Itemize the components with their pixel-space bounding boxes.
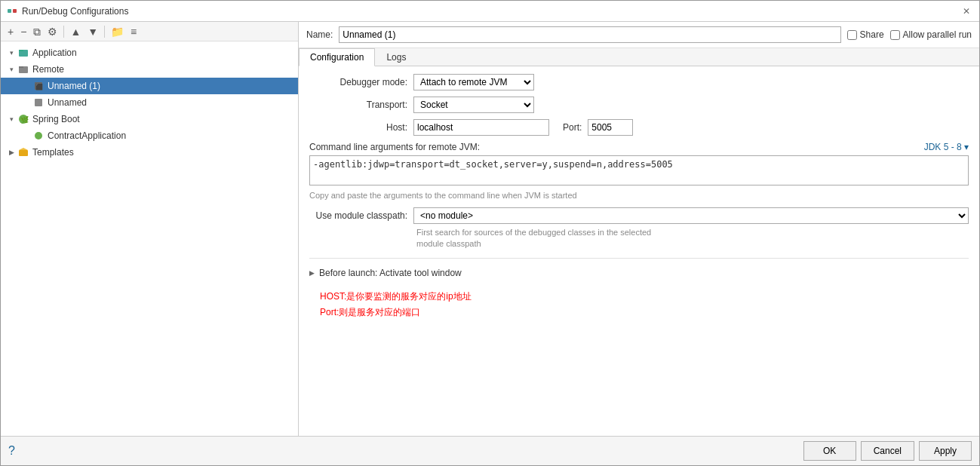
parallel-checkbox[interactable] (890, 30, 900, 40)
tree-item-remote[interactable]: ▾ Remote (1, 61, 298, 78)
note-line-2: Port:则是服务对应的端口 (320, 305, 958, 321)
separator-1 (63, 26, 64, 38)
svg-point-11 (35, 132, 42, 139)
parallel-checkbox-group: Allow parallel run (890, 29, 972, 40)
main-content: + − ⧉ ⚙ ▲ ▼ 📁 ≡ ▾ Applicat (1, 22, 979, 436)
name-field-label: Name: (306, 29, 333, 40)
config-tree: ▾ Application ▾ Remote (1, 41, 298, 436)
notes-area: HOST:是你要监测的服务对应的ip地址 Port:则是服务对应的端口 (309, 281, 969, 329)
svg-rect-8 (35, 99, 42, 106)
cmd-row-header: Command line arguments for remote JVM: J… (309, 142, 969, 152)
tree-label-unnamed-1: Unnamed (1) (48, 81, 100, 91)
expand-arrow-remote: ▾ (5, 66, 17, 73)
tree-label-templates: Templates (32, 147, 74, 158)
svg-rect-3 (19, 50, 23, 51)
cmd-textarea[interactable] (309, 155, 969, 185)
section-divider (309, 258, 969, 259)
svg-marker-13 (19, 148, 28, 150)
add-button[interactable]: + (5, 26, 16, 38)
transport-select[interactable]: Socket (413, 97, 534, 113)
spring-boot-icon: 🌿 (17, 113, 29, 125)
before-launch-label: Before launch: Activate tool window (319, 268, 462, 278)
svg-rect-5 (19, 66, 23, 68)
transport-label: Transport: (309, 100, 407, 110)
host-input[interactable] (413, 119, 549, 136)
application-folder-icon (17, 47, 29, 59)
tree-item-unnamed[interactable]: Unnamed (1, 94, 298, 111)
title-bar-left: Run/Debug Configurations (7, 6, 128, 17)
tree-label-remote: Remote (32, 64, 64, 75)
close-button[interactable]: ✕ (960, 5, 973, 18)
tree-item-contract-app[interactable]: ContractApplication (1, 127, 298, 144)
host-port-row: Host: Port: (309, 119, 969, 136)
svg-text:🌿: 🌿 (20, 115, 29, 124)
tree-item-templates[interactable]: ▶ Templates (1, 144, 298, 161)
separator-2 (104, 26, 105, 38)
module-label: Use module classpath: (309, 210, 407, 221)
port-input[interactable] (588, 119, 633, 136)
debugger-mode-label: Debugger mode: (309, 77, 407, 87)
copy-button[interactable]: ⧉ (31, 26, 43, 38)
tree-label-application: Application (32, 48, 77, 58)
transport-row: Transport: Socket (309, 97, 969, 113)
tree-label-spring-boot: Spring Boot (32, 114, 80, 124)
left-toolbar: + − ⧉ ⚙ ▲ ▼ 📁 ≡ (1, 22, 298, 41)
parallel-label: Allow parallel run (903, 29, 972, 40)
tree-item-unnamed-1[interactable]: ⬛ Unnamed (1) (1, 78, 298, 94)
right-panel: Name: Share Allow parallel run Configura… (299, 22, 979, 436)
contract-app-icon (32, 130, 45, 142)
help-button[interactable]: ? (8, 444, 15, 458)
settings-button[interactable]: ⚙ (45, 26, 60, 38)
left-panel: + − ⧉ ⚙ ▲ ▼ 📁 ≡ ▾ Applicat (1, 22, 299, 436)
configuration-panel: Debugger mode: Attach to remote JVM Tran… (299, 66, 979, 436)
module-hint-text: First search for sources of the debugged… (416, 228, 651, 248)
jdk-version-link[interactable]: JDK 5 - 8 ▾ (924, 142, 969, 152)
sort-button[interactable]: ≡ (128, 26, 139, 38)
run-debug-configurations-window: Run/Debug Configurations ✕ + − ⧉ ⚙ ▲ ▼ 📁… (0, 0, 980, 466)
debugger-mode-select[interactable]: Attach to remote JVM (413, 74, 534, 90)
cmd-hint: Copy and paste the arguments to the comm… (309, 191, 969, 200)
ok-button[interactable]: OK (803, 441, 856, 461)
module-select[interactable]: <no module> (413, 207, 969, 224)
host-label: Host: (309, 122, 407, 133)
tree-item-application[interactable]: ▾ Application (1, 44, 298, 61)
window-title: Run/Debug Configurations (22, 6, 128, 17)
expand-arrow-spring-boot: ▾ (5, 115, 17, 123)
before-launch-row[interactable]: ▶ Before launch: Activate tool window (309, 265, 969, 281)
module-hint: First search for sources of the debugged… (416, 227, 969, 250)
note-line-1: HOST:是你要监测的服务对应的ip地址 (320, 289, 958, 305)
name-bar: Name: Share Allow parallel run (299, 22, 979, 48)
expand-arrow-application: ▾ (5, 49, 17, 57)
move-up-button[interactable]: ▲ (68, 26, 83, 38)
tab-logs[interactable]: Logs (375, 48, 417, 66)
expand-arrow-templates: ▶ (5, 149, 17, 156)
unnamed-1-icon: ⬛ (32, 80, 45, 92)
share-checkbox[interactable] (847, 30, 857, 40)
cancel-button[interactable]: Cancel (861, 441, 914, 461)
bottom-bar: ? OK Cancel Apply (1, 436, 979, 465)
cmd-label: Command line arguments for remote JVM: (309, 142, 480, 152)
tabs-bar: Configuration Logs (299, 48, 979, 66)
folder-button[interactable]: 📁 (109, 26, 126, 38)
svg-rect-0 (8, 9, 11, 13)
svg-rect-12 (19, 150, 28, 156)
apply-button[interactable]: Apply (919, 441, 972, 461)
tree-item-spring-boot[interactable]: ▾ 🌿 Spring Boot (1, 111, 298, 127)
tab-configuration[interactable]: Configuration (299, 48, 375, 66)
move-down-button[interactable]: ▼ (85, 26, 100, 38)
before-launch-arrow: ▶ (309, 269, 315, 277)
title-bar: Run/Debug Configurations ✕ (1, 1, 979, 22)
remove-button[interactable]: − (18, 26, 29, 38)
share-checkbox-group: Share (847, 29, 884, 40)
name-input[interactable] (339, 26, 840, 43)
svg-text:⬛: ⬛ (35, 83, 43, 90)
debugger-mode-row: Debugger mode: Attach to remote JVM (309, 74, 969, 90)
templates-icon (17, 146, 29, 158)
tree-label-contract-app: ContractApplication (48, 130, 126, 141)
module-classpath-row: Use module classpath: <no module> (309, 207, 969, 224)
share-label: Share (860, 29, 884, 40)
port-label: Port: (563, 122, 582, 133)
tree-label-unnamed: Unnamed (48, 97, 87, 108)
remote-folder-icon (17, 63, 29, 75)
window-icon (7, 6, 17, 17)
